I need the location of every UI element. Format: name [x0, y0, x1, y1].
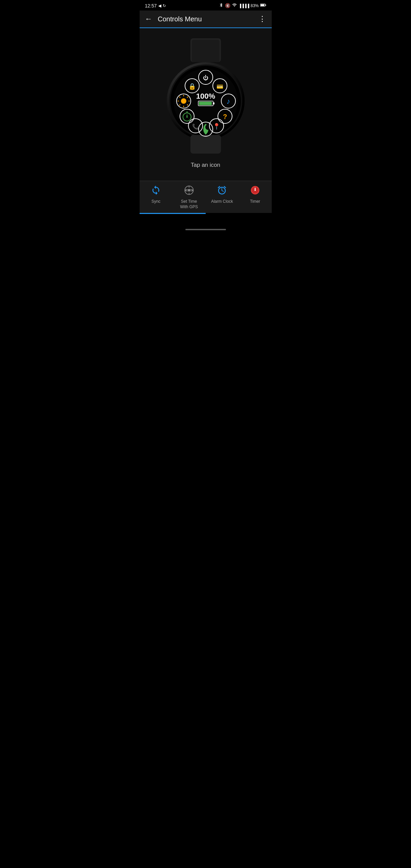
nav-item-set-time-gps[interactable]: Set TimeWith GPS	[172, 185, 206, 210]
svg-text:♪: ♪	[226, 97, 230, 105]
svg-rect-13	[199, 102, 212, 105]
alarm-clock-label: Alarm Clock	[211, 199, 233, 204]
set-time-gps-label: Set TimeWith GPS	[180, 199, 198, 210]
svg-text:📍: 📍	[213, 123, 221, 130]
dark-bottom	[140, 214, 272, 234]
status-bar: 12:57 ◀ ↻ 🔇 ▐▐▐▐ 83%	[140, 0, 272, 11]
watch-container: 100% 🔒 ⏻ 💳	[153, 38, 258, 154]
battery-icon	[260, 3, 266, 8]
svg-rect-4	[192, 40, 220, 62]
svg-text:📞: 📞	[192, 123, 199, 130]
svg-point-44	[254, 190, 256, 191]
more-options-button[interactable]: ⋮	[259, 15, 266, 23]
svg-point-30	[186, 116, 188, 118]
svg-rect-12	[213, 102, 214, 104]
app-bar-title: Controls Menu	[158, 15, 259, 23]
nav-item-timer[interactable]: Timer	[239, 185, 272, 210]
main-content: 100% 🔒 ⏻ 💳	[140, 28, 272, 181]
status-right: 🔇 ▐▐▐▐ 83%	[219, 3, 266, 8]
status-time: 12:57	[145, 3, 157, 8]
gps-icon	[184, 185, 194, 197]
svg-text:⏻: ⏻	[203, 75, 208, 81]
tap-instruction: Tap an icon	[191, 162, 220, 169]
nav-item-alarm-clock[interactable]: Alarm Clock	[206, 185, 239, 210]
sync-status-icon: ↻	[163, 3, 166, 8]
svg-rect-8	[190, 135, 221, 154]
nav-item-sync[interactable]: Sync	[140, 185, 173, 210]
svg-text:💳: 💳	[217, 83, 223, 90]
battery-percent: 83%	[250, 3, 259, 8]
navigation-icon: ◀	[158, 3, 161, 8]
svg-rect-1	[265, 4, 266, 6]
bottom-nav: Sync Set TimeWith GPS Alarm Clock	[140, 181, 272, 213]
sync-label: Sync	[151, 199, 161, 204]
svg-text:🔒: 🔒	[188, 83, 196, 90]
timer-label: Timer	[250, 199, 260, 204]
scroll-indicator	[185, 229, 226, 230]
status-left: 12:57 ◀ ↻	[145, 3, 166, 8]
timer-icon	[250, 185, 260, 197]
back-button[interactable]: ←	[145, 15, 152, 23]
svg-text:100%: 100%	[196, 92, 215, 100]
bluetooth-icon	[219, 3, 224, 8]
alarm-clock-icon	[217, 185, 227, 197]
watch-svg: 100% 🔒 ⏻ 💳	[153, 38, 258, 154]
mute-icon: 🔇	[225, 3, 230, 8]
svg-rect-2	[261, 4, 264, 6]
svg-text:?: ?	[223, 113, 227, 120]
wifi-icon	[232, 3, 237, 8]
sync-icon	[151, 185, 161, 197]
app-bar: ← Controls Menu ⋮	[140, 11, 272, 28]
svg-point-17	[181, 98, 186, 104]
signal-icon: ▐▐▐▐	[239, 4, 249, 8]
